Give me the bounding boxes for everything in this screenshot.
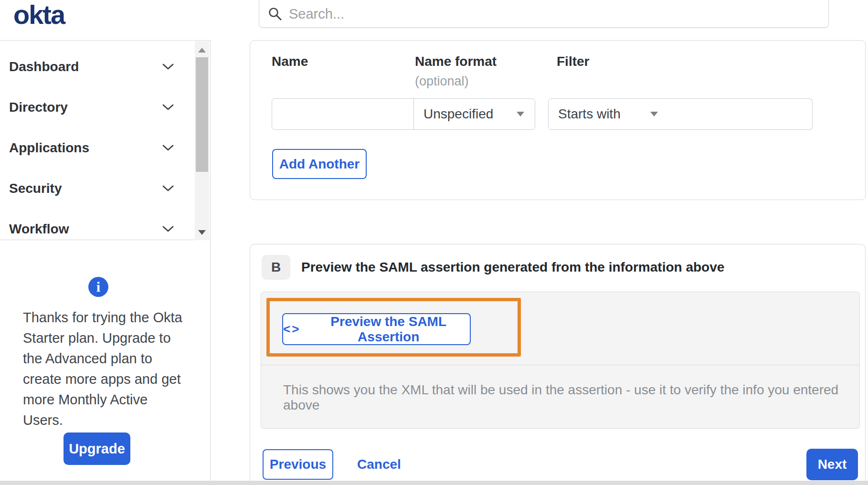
preview-description: This shows you the XML that will be used…: [261, 366, 859, 429]
filter-operator-selected-value: Starts with: [558, 106, 621, 122]
next-button[interactable]: Next: [806, 449, 858, 480]
sidebar-item-label: Dashboard: [9, 59, 79, 74]
sidebar-item-label: Security: [9, 181, 62, 196]
trial-message: Thanks for trying the Okta Starter plan.…: [23, 307, 182, 431]
step-b-badge: B: [262, 255, 290, 280]
search-icon: [268, 7, 282, 21]
scrollbar-down-icon[interactable]: [195, 226, 209, 239]
sidebar-item-label: Applications: [9, 140, 89, 156]
cancel-button[interactable]: Cancel: [357, 449, 401, 480]
sidebar-item-dashboard[interactable]: Dashboard: [0, 46, 195, 87]
preview-button-area: <> Preview the SAML Assertion: [261, 292, 859, 365]
sidebar-scrollbar[interactable]: [195, 41, 209, 240]
bottom-edge: [0, 481, 868, 485]
name-format-hint: (optional): [415, 74, 469, 89]
info-icon: i: [88, 277, 108, 297]
attribute-statement-card: Name Name format (optional) Filter Unspe…: [250, 40, 866, 200]
preview-saml-card: B Preview the SAML assertion generated f…: [250, 244, 866, 485]
filter-value-input[interactable]: [668, 98, 813, 130]
code-icon: <>: [283, 322, 300, 337]
scrollbar-thumb[interactable]: [196, 57, 208, 172]
preview-button-label: Preview the SAML Assertion: [307, 314, 470, 345]
chevron-down-icon: [162, 226, 174, 232]
name-input[interactable]: [272, 98, 414, 130]
upgrade-button[interactable]: Upgrade: [64, 432, 130, 465]
add-another-button[interactable]: Add Another: [272, 149, 367, 179]
scrollbar-up-icon[interactable]: [195, 44, 209, 56]
preview-panel: <> Preview the SAML Assertion This shows…: [261, 292, 860, 429]
okta-admin-screen: okta Dashboard Directory: [0, 0, 868, 485]
dropdown-caret-icon: [517, 112, 524, 116]
filter-operator-select[interactable]: Starts with: [548, 98, 669, 130]
chevron-down-icon: [162, 104, 174, 111]
sidebar-item-directory[interactable]: Directory: [0, 87, 195, 127]
name-format-selected-value: Unspecified: [423, 106, 493, 122]
sidebar-item-applications[interactable]: Applications: [0, 127, 195, 168]
search-bar[interactable]: [259, 0, 829, 28]
chevron-down-icon: [162, 145, 174, 151]
sidebar: Dashboard Directory Applications Securit…: [0, 40, 211, 485]
previous-button[interactable]: Previous: [263, 449, 333, 480]
sidebar-item-label: Workflow: [9, 221, 69, 237]
name-format-column-label: Name format: [415, 54, 497, 69]
search-input[interactable]: [289, 6, 828, 22]
okta-logo[interactable]: okta: [13, 0, 64, 30]
preview-section-title: Preview the SAML assertion generated fro…: [301, 255, 724, 280]
preview-saml-assertion-button[interactable]: <> Preview the SAML Assertion: [282, 313, 471, 345]
filter-column-label: Filter: [557, 54, 589, 69]
name-format-select[interactable]: Unspecified: [413, 98, 535, 130]
sidebar-item-workflow[interactable]: Workflow: [0, 209, 195, 249]
dropdown-caret-icon: [650, 112, 658, 116]
chevron-down-icon: [162, 185, 174, 192]
chevron-down-icon: [162, 63, 174, 70]
sidebar-nav: Dashboard Directory Applications Securit…: [0, 40, 210, 240]
sidebar-item-security[interactable]: Security: [0, 168, 195, 209]
name-column-label: Name: [272, 54, 308, 69]
sidebar-item-label: Directory: [9, 100, 68, 115]
